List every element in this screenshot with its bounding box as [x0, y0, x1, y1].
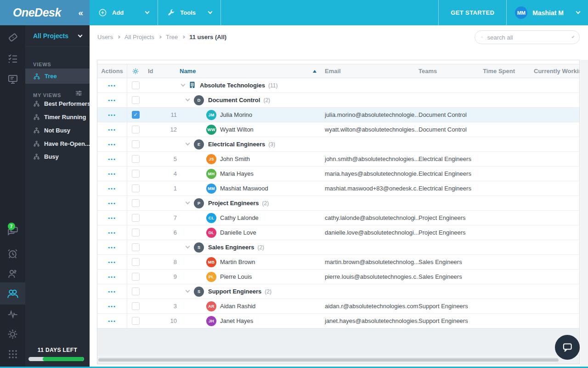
row-checkbox[interactable] [127, 126, 144, 133]
row-actions-button[interactable]: ••• [97, 314, 127, 328]
breadcrumb-item[interactable]: Users [97, 34, 113, 40]
collapse-chevron-icon[interactable] [186, 200, 190, 205]
board-icon[interactable] [0, 69, 25, 89]
table-row[interactable]: •••3ARAidan Rashidaidan.r@absolutetechno… [97, 299, 579, 314]
row-checkbox[interactable] [127, 81, 144, 89]
project-selector[interactable]: All Projects [25, 25, 90, 47]
sidebar-item-busy[interactable]: Busy [33, 150, 59, 163]
user-avatar: AR [206, 301, 216, 311]
row-actions-button[interactable]: ••• [97, 255, 127, 269]
row-actions-button[interactable]: ••• [97, 240, 127, 254]
sidebar-item-tree[interactable]: Tree [25, 69, 90, 84]
table-row[interactable]: •••SSales Engineers(2) [97, 240, 579, 255]
row-actions-button[interactable]: ••• [97, 284, 127, 299]
sidebar-item-timer-running[interactable]: Timer Running [33, 110, 86, 123]
row-actions-button[interactable]: ••• [97, 122, 127, 137]
column-header-email[interactable]: Email [325, 68, 418, 75]
table-row[interactable]: •••DDocument Control(2) [97, 93, 579, 108]
table-row[interactable]: •••6DLDanielle Lovedanielle.love@absolut… [97, 225, 579, 240]
settings-gear-icon[interactable] [0, 324, 25, 344]
row-checkbox[interactable] [127, 302, 144, 310]
collapse-chevron-icon[interactable] [186, 141, 190, 146]
collapse-chevron-icon[interactable] [186, 288, 190, 293]
live-chat-button[interactable] [555, 335, 580, 360]
row-checkbox[interactable] [127, 273, 144, 281]
row-actions-button[interactable]: ••• [97, 299, 127, 313]
row-actions-button[interactable]: ••• [97, 108, 127, 122]
sidebar-item-best-performers[interactable]: Best Performers [33, 97, 90, 110]
row-checkbox[interactable] [127, 170, 144, 178]
table-row[interactable]: •••5JSJohn Smithjohn.smith@absolutetechn… [97, 152, 579, 167]
table-row[interactable]: •••Absolute Technologies(11) [97, 78, 579, 93]
column-header-teams[interactable]: Teams [418, 68, 478, 75]
messenger-icon[interactable]: 7 [0, 222, 25, 242]
collapse-chevron-icon[interactable] [181, 82, 186, 87]
row-checkbox[interactable] [127, 288, 144, 295]
activity-pulse-icon[interactable] [0, 304, 25, 324]
row-actions-button[interactable]: ••• [97, 196, 127, 210]
row-actions-button[interactable]: ••• [97, 167, 127, 181]
table-row[interactable]: •••1MMMashiat Maswoodmashiat.maswood+83@… [97, 181, 579, 196]
row-actions-button[interactable]: ••• [97, 211, 127, 225]
user-avatar: DL [206, 228, 216, 238]
add-button[interactable]: Add [90, 0, 158, 25]
table-row[interactable]: •••SSupport Engineers(2) [97, 284, 579, 299]
scrollbar-thumb[interactable] [98, 358, 559, 362]
tasks-checklist-icon[interactable] [0, 48, 25, 69]
apps-grid-icon[interactable] [0, 344, 25, 364]
row-actions-button[interactable]: ••• [97, 137, 127, 151]
sidebar-item-have-reopen[interactable]: Have Re-Open... [33, 137, 90, 150]
row-actions-button[interactable]: ••• [97, 181, 127, 196]
breadcrumb-item[interactable]: All Projects [124, 34, 154, 40]
table-row[interactable]: •••✓11JMJulia Morinojulia.morino@absolut… [97, 108, 579, 122]
row-checkbox[interactable] [127, 214, 144, 222]
customers-icon[interactable] [0, 264, 25, 284]
sidebar-item-not-busy[interactable]: Not Busy [33, 124, 70, 137]
column-header-time-spent[interactable]: Time Spent [478, 68, 515, 75]
table-row[interactable]: •••PProject Engineers(2) [97, 196, 579, 211]
column-header-name[interactable]: Name [180, 68, 325, 75]
row-checkbox[interactable] [127, 243, 144, 251]
row-actions-button[interactable]: ••• [97, 93, 127, 107]
user-team: Support Engineers [418, 317, 478, 324]
row-actions-button[interactable]: ••• [97, 78, 127, 92]
user-name: Mashiat M [532, 9, 564, 17]
row-checkbox[interactable] [127, 155, 144, 163]
timesheet-clock-icon[interactable] [0, 243, 25, 264]
table-row[interactable]: •••9PLPierre Louispierre.louis@absolutet… [97, 270, 579, 284]
row-checkbox[interactable]: ✓ [127, 111, 144, 119]
row-checkbox[interactable] [127, 140, 144, 148]
column-header-currently-working[interactable]: Currently Workin [515, 68, 579, 75]
table-row[interactable]: •••4MHMaria Hayesmaria.hayes@absolutetec… [97, 167, 579, 181]
chevron-down-icon[interactable] [571, 35, 575, 38]
users-icon[interactable] [0, 283, 25, 304]
row-checkbox[interactable] [127, 184, 144, 192]
user-menu[interactable]: MM Mashiat M [507, 0, 588, 25]
table-row[interactable]: •••EElectrical Engineers(3) [97, 137, 579, 152]
collapse-chevron-icon[interactable] [186, 97, 190, 102]
row-checkbox[interactable] [127, 229, 144, 236]
row-checkbox[interactable] [127, 317, 144, 325]
column-settings-icon[interactable] [127, 68, 144, 75]
row-actions-button[interactable]: ••• [97, 225, 127, 240]
column-header-id[interactable]: Id [144, 68, 180, 75]
tools-button[interactable]: Tools [158, 0, 220, 25]
table-row[interactable]: •••7CLCathy Lalondecathy.lalonde@absolut… [97, 211, 579, 225]
row-checkbox[interactable] [127, 96, 144, 104]
search-box[interactable] [475, 30, 580, 44]
breadcrumb-item[interactable]: Tree [166, 34, 178, 40]
table-row[interactable]: •••10JHJanet Hayesjanet.hayes@absolutete… [97, 314, 579, 328]
team-avatar: E [194, 139, 204, 150]
horizontal-scrollbar[interactable] [97, 356, 579, 364]
row-checkbox[interactable] [127, 258, 144, 266]
get-started-button[interactable]: GET STARTED [439, 0, 506, 25]
collapse-chevron-icon[interactable] [186, 244, 190, 249]
row-actions-button[interactable]: ••• [97, 270, 127, 284]
row-actions-button[interactable]: ••• [97, 152, 127, 166]
sidebar-collapse-icon[interactable]: « [78, 8, 83, 18]
row-checkbox[interactable] [127, 199, 144, 207]
tickets-icon[interactable] [0, 27, 25, 47]
table-row[interactable]: •••8MBMartin Brownmartin.brown@absolutet… [97, 255, 579, 270]
search-input[interactable] [487, 34, 568, 41]
table-row[interactable]: •••12WWWyatt Wiltonwyatt.wilton@absolute… [97, 122, 579, 137]
